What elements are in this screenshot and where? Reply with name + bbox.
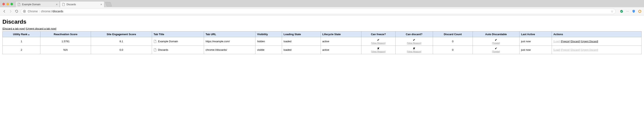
cell-engagement: 8.1 [91,37,152,46]
cell-discard-count: 0 [433,37,472,46]
new-tab-button[interactable] [105,2,112,6]
address-path: discards [53,10,63,13]
col-label: Visibility [257,33,268,36]
cell-tab-title: Discards [152,46,204,54]
page-title: Discards [2,18,642,25]
browser-tab-title: Example Domain [22,3,54,6]
auto-discardable-icon: ✔ [495,38,497,42]
view-reason-link[interactable]: [View Reason] [363,50,394,53]
col-label: Last Active [521,33,535,36]
cell-can-discard: ✔[View Reason] [395,37,433,46]
col-can-freeze[interactable]: Can freeze? [361,32,395,37]
col-visibility[interactable]: Visibility [255,32,282,37]
col-auto-discardable[interactable]: Auto Discardable [472,32,519,37]
col-loading-state[interactable]: Loading State [282,32,320,37]
cell-visibility: hidden [255,37,282,46]
window-minimize-button[interactable] [6,3,9,5]
col-reactivation-score[interactable]: Reactivation Score [40,32,91,37]
chrome-page-icon [23,10,26,13]
col-utility-rank[interactable]: Utility Rank▲ [3,32,40,37]
svg-point-5 [628,11,629,12]
cell-discard-count: 0 [433,46,472,54]
freeze-status-icon: ✔ [377,38,380,42]
col-discard-count[interactable]: Discard Count [433,32,472,37]
col-label: Utility Rank [13,33,28,36]
col-actions[interactable]: Actions [552,32,641,37]
col-last-active[interactable]: Last Active [519,32,552,37]
cell-last-active: just now [519,37,552,46]
col-lifecycle-state[interactable]: Lifecycle State [320,32,361,37]
tab-close-icon[interactable]: × [56,3,58,6]
discard-status-icon: ✘ [413,47,415,50]
action-urgent-discard: [Urgent Discard] [580,48,598,51]
col-label: Discard Count [444,33,462,36]
cell-url: https://example.com/ [204,37,255,46]
cell-tab-title: Example Domain [152,37,204,46]
tab-strip: Example Domain × Discards × [0,0,644,7]
extension-shield-icon[interactable] [632,10,636,13]
cell-auto-discardable: ✔[Toggle] [472,37,519,46]
discards-table: Utility Rank▲ Reactivation Score Site En… [2,31,642,54]
cell-lifecycle: active [320,46,361,54]
back-button[interactable] [2,9,6,13]
view-reason-link[interactable]: [View Reason] [397,42,431,44]
extension-dots-icon[interactable] [626,10,630,13]
sort-asc-icon: ▲ [28,33,30,36]
cell-visibility: visible [255,46,282,54]
svg-point-1 [24,11,25,12]
window-close-button[interactable] [2,3,5,5]
tab-close-icon[interactable]: × [100,3,102,6]
page-content: Discards [Discard a tab now] [Urgent dis… [0,15,644,56]
auto-discardable-icon: ✔ [495,47,497,50]
col-label: Loading State [284,33,301,36]
address-prefix: Chrome [28,10,38,13]
col-label: Tab Title [154,33,164,36]
discard-status-icon: ✔ [413,38,415,42]
table-header: Utility Rank▲ Reactivation Score Site En… [3,32,642,37]
browser-tab-0[interactable]: Example Domain × [15,1,60,7]
action-urgent-discard[interactable]: [Urgent Discard] [580,40,598,43]
col-tab-title[interactable]: Tab Title [152,32,204,37]
document-icon [62,3,65,6]
discard-tab-now-link[interactable]: [Discard a tab now] [2,27,25,30]
col-label: Reactivation Score [54,33,78,36]
col-label: Auto Discardable [485,33,507,36]
action-freeze[interactable]: [Freeze] [561,40,570,43]
extension-orange-circle-icon[interactable] [638,10,642,13]
extension-green-check-icon[interactable] [620,10,624,13]
address-separator: | [39,10,40,13]
window-controls [2,3,13,5]
browser-tab-1[interactable]: Discards × [60,1,104,7]
tab-title-text: Discards [158,48,168,51]
toggle-link[interactable]: [Toggle] [474,50,518,53]
cell-can-discard: ✘[View Reason] [395,46,433,54]
col-label: Lifecycle State [322,33,341,36]
action-discard[interactable]: [Discard] [570,40,580,43]
forward-button[interactable] [8,9,12,13]
col-tab-url[interactable]: Tab URL [204,32,255,37]
table-row: 11.57818.1Example Domainhttps://example.… [3,37,642,46]
col-label: Can freeze? [371,33,386,36]
browser-tab-title: Discards [66,3,99,6]
reload-button[interactable] [14,9,18,13]
window-zoom-button[interactable] [10,3,13,5]
document-icon [18,3,20,6]
action-discard: [Discard] [570,48,580,51]
action-load: [Load] [554,40,560,43]
cell-actions: [Load] [Freeze] [Discard] [Urgent Discar… [552,46,641,54]
address-bar[interactable]: Chrome | chrome://discards ☆ [20,8,616,14]
view-reason-link[interactable]: [View Reason] [363,42,394,44]
bookmark-star-icon[interactable]: ☆ [611,10,614,13]
col-can-discard[interactable]: Can discard? [395,32,433,37]
document-icon [154,48,156,52]
urgent-discard-tab-now-link[interactable]: [Urgent discard a tab now] [26,27,56,30]
cell-url: chrome://discards/ [204,46,255,54]
toggle-link[interactable]: [Toggle] [474,42,518,44]
view-reason-link[interactable]: [View Reason] [397,50,431,53]
cell-reactivation: 1.5781 [40,37,91,46]
col-label: Tab URL [206,33,216,36]
col-label: Can discard? [406,33,422,36]
freeze-status-icon: ✘ [377,47,380,50]
col-site-engagement[interactable]: Site Engagement Score [91,32,152,37]
cell-rank: 1 [3,37,40,46]
